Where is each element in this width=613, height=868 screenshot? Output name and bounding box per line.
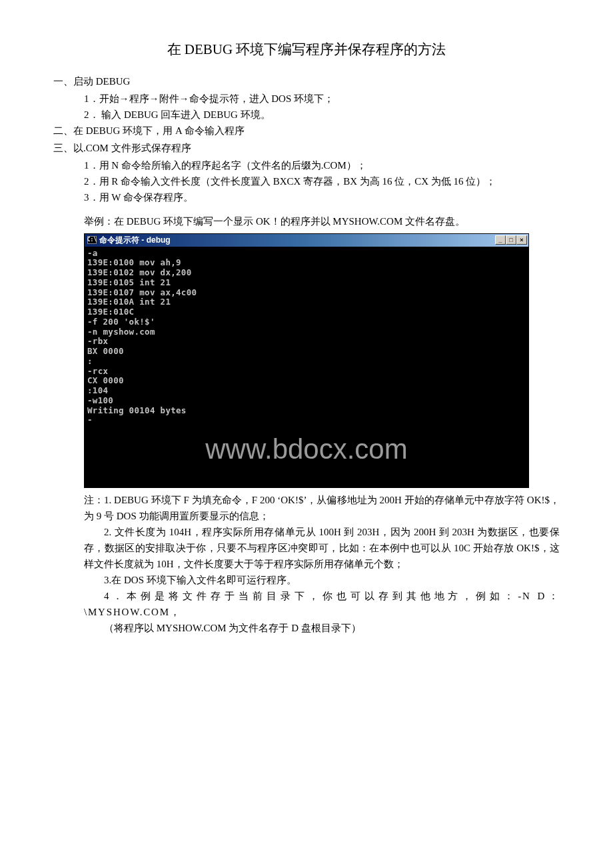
terminal-output[interactable]: -a 139E:0100 mov ah,9 139E:0102 mov dx,2… [85,247,528,487]
section-1-heading: 一、启动 DEBUG [53,73,560,89]
section-1-item-1: 1．开始→程序→附件→命令提示符，进入 DOS 环境下； [53,91,560,107]
close-button[interactable]: × [516,235,527,245]
note-1: 注：1. DEBUG 环境下 F 为填充命令，F 200 ‘OK!$’，从偏移地… [53,492,560,524]
window-titlebar: C:\ 命令提示符 - debug _ □ × [85,234,528,247]
maximize-button[interactable]: □ [506,235,516,245]
note-5: （将程序以 MYSHOW.COM 为文件名存于 D 盘根目录下） [53,620,560,636]
section-3-heading: 三、以.COM 文件形式保存程序 [53,140,560,156]
note-2: 2. 文件长度为 104H，程序实际所用存储单元从 100H 到 203H，因为… [53,524,560,572]
terminal-window: C:\ 命令提示符 - debug _ □ × -a 139E:0100 mov… [84,233,529,488]
cmd-icon: C:\ [87,236,97,244]
window-title: 命令提示符 - debug [99,234,171,247]
section-1-item-2: 2． 输入 DEBUG 回车进入 DEBUG 环境。 [53,107,560,123]
example-text: 举例：在 DEBUG 环境下编写一个显示 OK！的程序并以 MYSHOW.COM… [53,213,560,229]
section-3-item-1: 1．用 N 命令给所输入的程序起名字（文件名的后缀为.COM）； [53,157,560,173]
page-title: 在 DEBUG 环境下编写程序并保存程序的方法 [53,39,560,61]
section-3-item-3: 3．用 W 命令保存程序。 [53,189,560,205]
minimize-button[interactable]: _ [495,235,506,245]
note-3: 3.在 DOS 环境下输入文件名即可运行程序。 [53,572,560,588]
section-3-item-2: 2．用 R 命令输入文件长度（文件长度置入 BXCX 寄存器，BX 为高 16 … [53,173,560,189]
note-4: 4．本例是将文件存于当前目录下，你也可以存到其他地方，例如：-N D：\MYSH… [53,588,560,620]
section-2-heading: 二、在 DEBUG 环境下，用 A 命令输入程序 [53,123,560,139]
